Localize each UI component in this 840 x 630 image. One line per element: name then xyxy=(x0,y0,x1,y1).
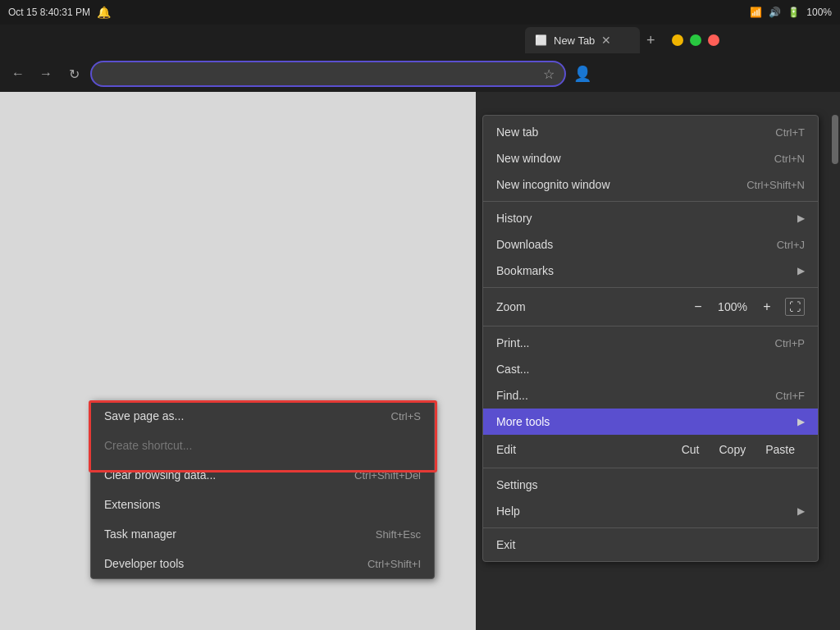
menu-history-label: History xyxy=(496,212,532,225)
maximize-button[interactable] xyxy=(690,34,701,46)
browser-chrome: ⬜ New Tab ✕ + ← → ↻ ☆ 👤 xyxy=(0,25,840,92)
menu-print-shortcut: Ctrl+P xyxy=(775,337,805,349)
reload-button[interactable]: ↻ xyxy=(62,62,85,85)
menu-incognito-shortcut: Ctrl+Shift+N xyxy=(746,179,805,191)
active-tab[interactable]: ⬜ New Tab ✕ xyxy=(525,27,640,53)
back-button[interactable]: ← xyxy=(7,62,30,85)
menu-history-arrow: ▶ xyxy=(797,212,805,224)
system-bar-right: 📶 🔊 🔋 100% xyxy=(750,7,832,18)
menu-item-print[interactable]: Print... Ctrl+P xyxy=(483,330,818,356)
submenu-extensions-label: Extensions xyxy=(104,498,160,511)
paste-button[interactable]: Paste xyxy=(756,441,805,458)
menu-more-tools-label: More tools xyxy=(496,415,550,428)
new-tab-button[interactable]: + xyxy=(646,32,655,49)
menu-print-label: Print... xyxy=(496,336,529,349)
submenu-task-manager-label: Task manager xyxy=(104,527,176,541)
submenu-clear-browsing-label: Clear browsing data... xyxy=(104,468,216,482)
menu-divider-2 xyxy=(483,287,818,288)
profile-icon[interactable]: 👤 xyxy=(571,62,594,85)
menu-cast-label: Cast... xyxy=(496,363,529,376)
menu-edit-label: Edit xyxy=(496,443,672,456)
menu-new-window-label: New window xyxy=(496,152,561,165)
submenu-save-page[interactable]: Save page as... Ctrl+S xyxy=(91,401,434,431)
menu-item-more-tools[interactable]: More tools ▶ xyxy=(483,409,818,435)
menu-exit-label: Exit xyxy=(496,538,515,551)
tab-favicon: ⬜ xyxy=(535,34,547,46)
submenu-extensions[interactable]: Extensions xyxy=(91,490,434,519)
zoom-minus-button[interactable]: − xyxy=(688,299,708,314)
menu-item-downloads[interactable]: Downloads Ctrl+J xyxy=(483,231,818,258)
submenu-save-page-label: Save page as... xyxy=(104,409,184,422)
address-bar-row: ← → ↻ ☆ 👤 xyxy=(0,56,840,92)
more-tools-submenu: Save page as... Ctrl+S Create shortcut..… xyxy=(90,400,435,579)
system-bar: Oct 15 8:40:31 PM 🔔 📶 🔊 🔋 100% xyxy=(0,0,840,25)
menu-zoom-row: Zoom − 100% + ⛶ xyxy=(483,291,818,322)
bookmark-star-icon[interactable]: ☆ xyxy=(543,66,555,82)
menu-find-label: Find... xyxy=(496,389,528,402)
submenu-create-shortcut[interactable]: Create shortcut... xyxy=(91,431,434,460)
menu-find-shortcut: Ctrl+F xyxy=(775,390,805,402)
battery-icon: 🔋 xyxy=(788,7,800,18)
submenu-create-shortcut-label: Create shortcut... xyxy=(104,439,192,452)
submenu-clear-browsing-shortcut: Ctrl+Shift+Del xyxy=(354,469,421,482)
menu-item-help[interactable]: Help ▶ xyxy=(483,498,818,524)
tab-bar: ⬜ New Tab ✕ + xyxy=(0,25,840,56)
menu-item-new-window[interactable]: New window Ctrl+N xyxy=(483,145,818,171)
menu-item-find[interactable]: Find... Ctrl+F xyxy=(483,382,818,409)
minimize-button[interactable] xyxy=(672,34,683,46)
tab-close-button[interactable]: ✕ xyxy=(601,34,611,47)
zoom-controls: − 100% + ⛶ xyxy=(688,298,805,316)
notification-icon: 🔔 xyxy=(97,6,111,19)
menu-item-exit[interactable]: Exit xyxy=(483,532,818,558)
cut-button[interactable]: Cut xyxy=(672,441,710,458)
menu-more-tools-arrow: ▶ xyxy=(797,416,805,427)
menu-item-history[interactable]: History ▶ xyxy=(483,205,818,231)
menu-item-settings[interactable]: Settings xyxy=(483,472,818,498)
menu-new-window-shortcut: Ctrl+N xyxy=(774,153,805,165)
address-input[interactable]: ☆ xyxy=(90,61,566,87)
menu-bookmarks-arrow: ▶ xyxy=(797,265,805,276)
copy-button[interactable]: Copy xyxy=(710,441,756,458)
submenu-task-manager-shortcut: Shift+Esc xyxy=(376,528,421,541)
menu-item-cast[interactable]: Cast... xyxy=(483,356,818,382)
menu-item-bookmarks[interactable]: Bookmarks ▶ xyxy=(483,258,818,284)
forward-button[interactable]: → xyxy=(34,62,57,85)
context-menu-main: New tab Ctrl+T New window Ctrl+N New inc… xyxy=(482,115,819,562)
menu-divider-5 xyxy=(483,527,818,528)
menu-downloads-shortcut: Ctrl+J xyxy=(777,239,805,251)
menu-item-incognito[interactable]: New incognito window Ctrl+Shift+N xyxy=(483,171,818,198)
submenu-save-page-shortcut: Ctrl+S xyxy=(391,410,421,422)
zoom-expand-button[interactable]: ⛶ xyxy=(785,298,805,316)
menu-help-label: Help xyxy=(496,504,520,518)
submenu-developer-tools[interactable]: Developer tools Ctrl+Shift+I xyxy=(91,549,434,578)
menu-divider-1 xyxy=(483,201,818,202)
system-bar-left: Oct 15 8:40:31 PM 🔔 xyxy=(8,6,111,19)
window-controls xyxy=(672,34,719,46)
menu-bookmarks-label: Bookmarks xyxy=(496,264,554,277)
datetime-label: Oct 15 8:40:31 PM xyxy=(8,7,90,18)
battery-label: 100% xyxy=(806,7,832,18)
wifi-icon: 📶 xyxy=(750,7,762,18)
submenu-clear-browsing[interactable]: Clear browsing data... Ctrl+Shift+Del xyxy=(91,460,434,490)
close-button[interactable] xyxy=(708,34,719,46)
submenu-developer-tools-shortcut: Ctrl+Shift+I xyxy=(368,558,421,570)
menu-downloads-label: Downloads xyxy=(496,238,553,251)
volume-icon: 🔊 xyxy=(769,7,781,18)
menu-item-new-tab[interactable]: New tab Ctrl+T xyxy=(483,119,818,145)
edit-actions: Cut Copy Paste xyxy=(672,441,805,458)
menu-settings-label: Settings xyxy=(496,478,538,491)
menu-incognito-label: New incognito window xyxy=(496,178,610,191)
zoom-plus-button[interactable]: + xyxy=(757,299,777,314)
menu-zoom-label: Zoom xyxy=(496,300,688,313)
zoom-value-label: 100% xyxy=(716,300,749,313)
submenu-task-manager[interactable]: Task manager Shift+Esc xyxy=(91,519,434,549)
submenu-developer-tools-label: Developer tools xyxy=(104,557,184,570)
tab-title-label: New Tab xyxy=(554,34,595,47)
menu-divider-3 xyxy=(483,326,818,326)
menu-new-tab-label: New tab xyxy=(496,126,538,139)
menu-help-arrow: ▶ xyxy=(797,505,805,517)
menu-edit-row: Edit Cut Copy Paste xyxy=(483,435,818,464)
menu-new-tab-shortcut: Ctrl+T xyxy=(775,126,805,139)
menu-divider-4 xyxy=(483,468,818,468)
menu-scrollbar[interactable] xyxy=(832,115,838,164)
